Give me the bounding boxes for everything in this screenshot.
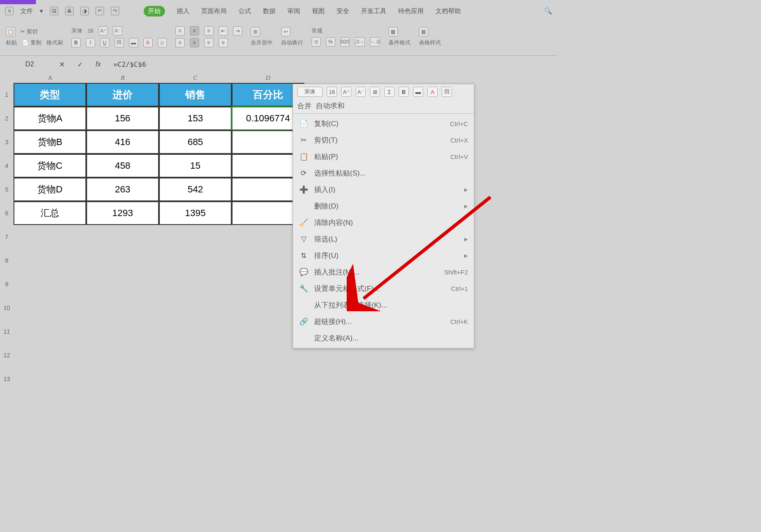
cell-B1[interactable]: 进价 [86,83,159,107]
mini-sum-icon[interactable]: Σ [384,87,394,97]
numfmt-general[interactable]: 常规 [312,27,323,35]
mini-merge-label[interactable]: 合并 [297,101,312,111]
underline-button[interactable]: U [100,38,109,47]
percent-icon[interactable]: % [326,37,335,47]
row-header-9[interactable]: 9 [0,272,14,296]
mini-font-inc-icon[interactable]: A⁺ [341,87,351,97]
font-inc-icon[interactable]: A⁺ [99,26,108,36]
row-header-1[interactable]: 1 [0,83,14,107]
menu-file[interactable]: 文件 [20,7,33,15]
ctx-paste-special[interactable]: ⟳选择性粘贴(S)... [293,165,474,181]
ctx-comment[interactable]: 💬插入批注(M)...Shift+F2 [293,264,474,280]
qat-redo-icon[interactable]: ↷ [111,7,119,15]
indent-inc-icon[interactable]: ⇥ [233,26,242,36]
align-center-icon[interactable]: ≡ [190,38,199,47]
ctx-insert[interactable]: ➕插入(I)▸ [293,181,474,198]
cell-C2[interactable]: 153 [159,107,232,130]
mini-merge-icon[interactable]: ⊞ [370,87,380,97]
font-size[interactable]: 16 [88,27,93,34]
row-header-4[interactable]: 4 [0,154,14,178]
cell-A5[interactable]: 货物D [14,178,86,201]
tab-start[interactable]: 开始 [144,6,165,16]
condfmt-label[interactable]: 条件格式 [389,39,411,47]
mini-border-icon[interactable]: 田 [442,87,452,97]
tab-special[interactable]: 特色应用 [398,7,424,15]
dec-dec-icon[interactable]: ←.0 [370,37,380,47]
fmt-painter-label[interactable]: 格式刷 [47,39,63,47]
tblstyle-icon[interactable]: ▦ [419,27,428,36]
cell-B5[interactable]: 263 [86,178,159,201]
menu-file-dropdown-icon[interactable]: ▾ [40,7,43,15]
mini-fontcolor-icon[interactable]: A [427,87,438,97]
wrap-icon[interactable]: ↩ [281,27,290,36]
tab-review[interactable]: 审阅 [287,7,300,15]
font-color-button[interactable]: A [143,38,153,47]
tab-formula[interactable]: 公式 [238,7,251,15]
col-header-D[interactable]: D [232,73,304,83]
cell-C3[interactable]: 685 [159,130,232,154]
row-header-11[interactable]: 11 [0,320,14,343]
border-button[interactable]: 田 [115,38,124,47]
wrap-label[interactable]: 自动换行 [281,39,303,47]
name-box[interactable]: D2 [13,60,47,68]
col-header-B[interactable]: B [86,73,159,83]
qat-print-icon[interactable]: 🖶 [65,7,74,15]
align-mid-icon[interactable]: ≡ [190,26,199,36]
tblstyle-label[interactable]: 表格样式 [419,39,441,47]
mini-size[interactable]: 16 [327,87,337,97]
font-name[interactable]: 宋体 [71,27,82,35]
ctx-clear[interactable]: 🧹清除内容(N) [293,214,474,231]
row-header-13[interactable]: 13 [0,367,14,391]
merge-icon[interactable]: ⊞ [251,27,260,36]
menu-icon[interactable]: ≡ [5,7,14,15]
col-header-C[interactable]: C [159,73,232,83]
formula-input[interactable]: =C2/$C$6 [113,60,146,69]
cell-A3[interactable]: 货物B [14,130,86,154]
ctx-copy[interactable]: 📄复制(C)Ctrl+C [293,115,474,132]
align-bot-icon[interactable]: ≡ [204,26,214,36]
italic-button[interactable]: I [86,38,95,47]
copy-label[interactable]: 📄 复制 [22,39,41,47]
mini-bold-icon[interactable]: B [399,87,409,97]
qat-preview-icon[interactable]: ◑ [80,7,89,15]
row-header-6[interactable]: 6 [0,201,14,225]
paste-button[interactable]: 📋 [6,27,15,36]
ctx-paste[interactable]: 📋粘贴(P)Ctrl+V [293,148,474,165]
mini-fill-icon[interactable]: ▬ [413,87,423,97]
cut-label[interactable]: ✂ 剪切 [20,28,38,36]
clear-fmt-button[interactable]: ◇ [158,38,167,47]
row-header-2[interactable]: 2 [0,107,14,130]
condfmt-icon[interactable]: ▦ [389,27,398,36]
ctx-sort[interactable]: ⇅排序(U)▸ [293,247,474,264]
tab-layout[interactable]: 页面布局 [201,7,227,15]
search-icon[interactable]: 🔍 [544,7,552,15]
paste-label[interactable]: 粘贴 [6,39,17,47]
row-header-10[interactable]: 10 [0,296,14,320]
row-header-12[interactable]: 12 [0,343,14,367]
mini-sum-label[interactable]: 自动求和 [316,101,345,111]
ctx-format-cells[interactable]: 🔧设置单元格格式(F)...Ctrl+1 [293,280,474,297]
tab-insert[interactable]: 插入 [177,7,189,15]
tab-view[interactable]: 视图 [312,7,325,15]
ctx-cut[interactable]: ✂剪切(T)Ctrl+X [293,132,474,148]
col-header-A[interactable]: A [14,73,86,83]
cell-C5[interactable]: 542 [159,178,232,201]
row-header-3[interactable]: 3 [0,130,14,154]
tab-help[interactable]: 文档帮助 [435,7,461,15]
indent-dec-icon[interactable]: ⇤ [219,26,228,36]
tab-data[interactable]: 数据 [263,7,276,15]
cell-A6[interactable]: 汇总 [14,201,86,225]
cell-B2[interactable]: 156 [86,107,159,130]
ctx-pick-list[interactable]: 从下拉列表中选择(K)... [293,297,474,313]
row-header-8[interactable]: 8 [0,249,14,272]
qat-save-icon[interactable]: 🖫 [50,7,58,15]
align-right-icon[interactable]: ≡ [204,38,214,47]
mini-font[interactable]: 宋体 [297,87,323,97]
fill-color-button[interactable]: ▬ [129,38,138,47]
row-header-5[interactable]: 5 [0,178,14,201]
cell-C4[interactable]: 15 [159,154,232,178]
mini-font-dec-icon[interactable]: A⁻ [356,87,366,97]
cell-C1[interactable]: 销售 [159,83,232,107]
align-top-icon[interactable]: ≡ [175,26,185,36]
cell-B6[interactable]: 1293 [86,201,159,225]
